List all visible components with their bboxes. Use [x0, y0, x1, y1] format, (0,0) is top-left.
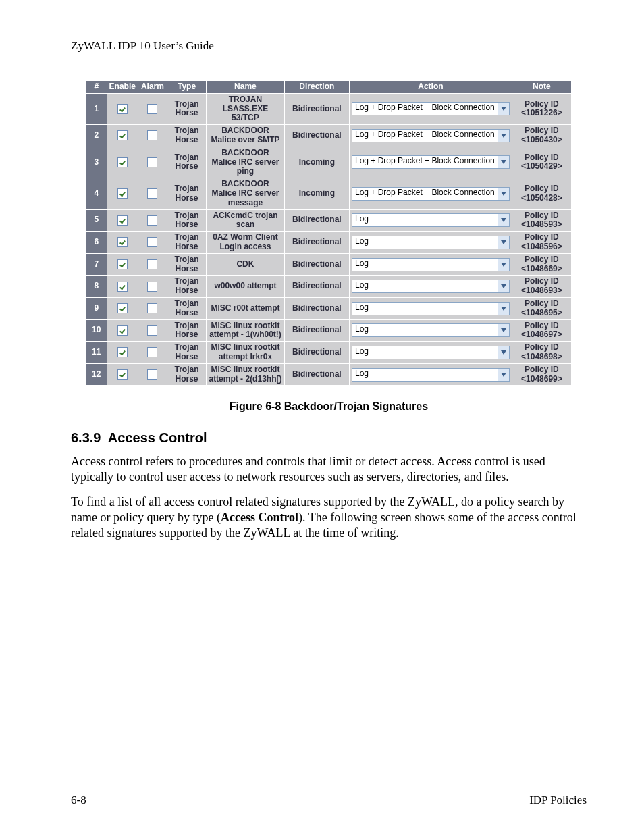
- enable-checkbox[interactable]: [117, 215, 128, 226]
- alarm-cell: [138, 276, 167, 298]
- table-row: 7Trojan HorseCDKBidirectionalLogPolicy I…: [86, 253, 572, 276]
- enable-cell: [107, 209, 138, 232]
- alarm-checkbox[interactable]: [147, 325, 157, 336]
- name-cell: BACKDOOR Malice over SMTP: [207, 125, 284, 147]
- action-select[interactable]: Log + Drop Packet + Block Connection: [352, 155, 510, 169]
- action-select[interactable]: Log + Drop Packet + Block Connection: [352, 187, 510, 201]
- section-number: 6.3.9: [71, 430, 101, 445]
- svg-marker-4: [501, 218, 506, 222]
- enable-cell: [107, 297, 138, 319]
- alarm-checkbox[interactable]: [147, 130, 157, 140]
- chevron-down-icon[interactable]: [498, 369, 509, 381]
- note-cell: Policy ID <1050429>: [512, 147, 571, 178]
- action-select[interactable]: Log + Drop Packet + Block Connection: [352, 129, 510, 142]
- chevron-down-icon[interactable]: [498, 156, 509, 168]
- alarm-checkbox[interactable]: [147, 347, 157, 357]
- enable-checkbox[interactable]: [117, 188, 128, 199]
- alarm-checkbox[interactable]: [147, 259, 157, 269]
- row-number: 2: [86, 125, 107, 147]
- footer-page-number: 6-8: [71, 793, 86, 807]
- action-select[interactable]: Log: [352, 323, 510, 337]
- note-cell: Policy ID <1048596>: [512, 232, 571, 254]
- name-cell: BACKDOOR Malice IRC server message: [207, 178, 284, 209]
- row-number: 7: [86, 253, 107, 276]
- action-value: Log: [352, 369, 498, 381]
- enable-checkbox[interactable]: [117, 130, 128, 140]
- alarm-checkbox[interactable]: [147, 215, 157, 226]
- col-type: Type: [167, 81, 206, 94]
- alarm-cell: [138, 253, 167, 276]
- action-value: Log + Drop Packet + Block Connection: [352, 130, 498, 142]
- svg-marker-9: [501, 328, 506, 332]
- enable-checkbox[interactable]: [117, 303, 128, 313]
- action-value: Log: [352, 324, 498, 336]
- svg-marker-6: [501, 263, 506, 267]
- alarm-cell: [138, 209, 167, 232]
- figure-caption: Figure 6-8 Backdoor/Trojan Signatures: [71, 400, 587, 413]
- enable-cell: [107, 178, 138, 209]
- enable-checkbox[interactable]: [117, 259, 128, 269]
- section-heading: 6.3.9 Access Control: [71, 430, 587, 446]
- direction-cell: Bidirectional: [284, 319, 349, 342]
- chevron-down-icon[interactable]: [498, 214, 509, 226]
- alarm-checkbox[interactable]: [147, 104, 157, 114]
- chevron-down-icon[interactable]: [498, 236, 509, 249]
- running-header: ZyWALL IDP 10 User’s Guide: [71, 39, 587, 57]
- enable-cell: [107, 147, 138, 178]
- enable-checkbox[interactable]: [117, 369, 128, 380]
- alarm-checkbox[interactable]: [147, 369, 157, 380]
- action-cell: Log + Drop Packet + Block Connection: [350, 147, 512, 178]
- type-cell: Trojan Horse: [167, 276, 206, 298]
- table-row: 1Trojan HorseTROJAN LSASS.EXE 53/TCPBidi…: [86, 93, 572, 124]
- name-cell: CDK: [207, 253, 284, 276]
- svg-marker-5: [501, 240, 506, 244]
- chevron-down-icon[interactable]: [498, 259, 509, 271]
- table-row: 8Trojan Horsew00w00 attemptBidirectional…: [86, 276, 572, 298]
- chevron-down-icon[interactable]: [498, 280, 509, 292]
- name-cell: ACKcmdC trojan scan: [207, 209, 284, 232]
- row-number: 9: [86, 297, 107, 319]
- chevron-down-icon[interactable]: [498, 346, 509, 359]
- note-cell: Policy ID <1051226>: [512, 93, 571, 124]
- chevron-down-icon[interactable]: [498, 130, 509, 142]
- enable-checkbox[interactable]: [117, 104, 128, 114]
- alarm-checkbox[interactable]: [147, 237, 157, 247]
- alarm-checkbox[interactable]: [147, 188, 157, 199]
- direction-cell: Bidirectional: [284, 276, 349, 298]
- chevron-down-icon[interactable]: [498, 303, 509, 315]
- alarm-checkbox[interactable]: [147, 303, 157, 313]
- section-title: Access Control: [108, 430, 207, 445]
- chevron-down-icon[interactable]: [498, 103, 509, 115]
- enable-checkbox[interactable]: [117, 347, 128, 357]
- section-paragraph-2: To find a list of all access control rel…: [71, 494, 587, 541]
- svg-marker-8: [501, 307, 506, 311]
- direction-cell: Incoming: [284, 178, 349, 209]
- enable-checkbox[interactable]: [117, 237, 128, 247]
- enable-checkbox[interactable]: [117, 157, 128, 167]
- enable-checkbox[interactable]: [117, 282, 128, 292]
- action-select[interactable]: Log: [352, 346, 510, 359]
- enable-cell: [107, 319, 138, 342]
- col-num: #: [86, 81, 107, 94]
- enable-checkbox[interactable]: [117, 325, 128, 336]
- alarm-checkbox[interactable]: [147, 282, 157, 292]
- type-cell: Trojan Horse: [167, 178, 206, 209]
- note-cell: Policy ID <1050430>: [512, 125, 571, 147]
- chevron-down-icon[interactable]: [498, 188, 509, 200]
- action-select[interactable]: Log: [352, 280, 510, 293]
- action-value: Log + Drop Packet + Block Connection: [352, 188, 498, 200]
- action-select[interactable]: Log: [352, 258, 510, 271]
- name-cell: MISC linux rootkit attempt - 2(d13hh[): [207, 363, 284, 386]
- enable-cell: [107, 125, 138, 147]
- action-select[interactable]: Log: [352, 368, 510, 382]
- alarm-cell: [138, 297, 167, 319]
- action-select[interactable]: Log: [352, 302, 510, 315]
- alarm-checkbox[interactable]: [147, 157, 157, 167]
- action-select[interactable]: Log: [352, 236, 510, 249]
- action-select[interactable]: Log + Drop Packet + Block Connection: [352, 102, 510, 115]
- chevron-down-icon[interactable]: [498, 324, 509, 336]
- alarm-cell: [138, 125, 167, 147]
- row-number: 4: [86, 178, 107, 209]
- svg-marker-0: [501, 107, 506, 111]
- action-select[interactable]: Log: [352, 213, 510, 227]
